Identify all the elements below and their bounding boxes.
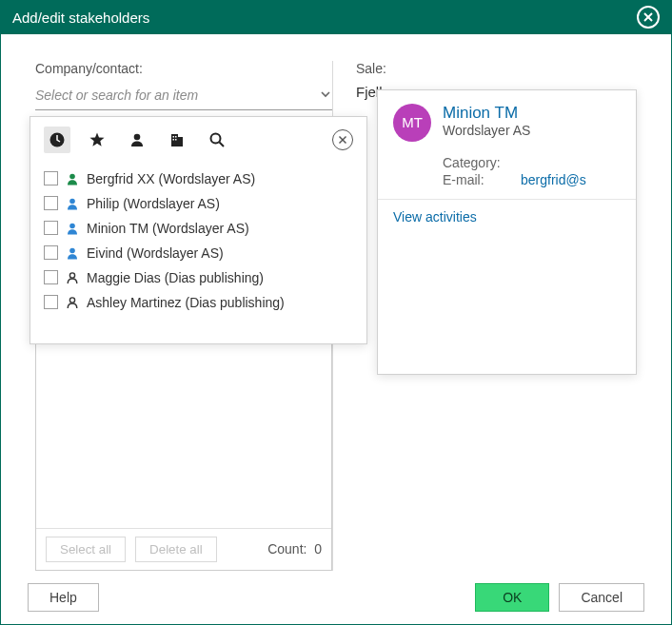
dropdown-item[interactable]: Ashley Martinez (Dias publishing) xyxy=(30,290,366,315)
count-display: Count: 0 xyxy=(267,541,322,557)
clear-search-button[interactable] xyxy=(332,129,353,150)
company-contact-label: Company/contact: xyxy=(35,61,332,76)
tab-search[interactable] xyxy=(204,127,230,153)
svg-line-11 xyxy=(220,142,225,146)
svg-point-10 xyxy=(211,133,221,143)
svg-point-16 xyxy=(69,223,75,228)
person-icon xyxy=(66,271,79,284)
svg-rect-7 xyxy=(175,136,177,138)
category-label: Category: xyxy=(443,155,509,170)
email-label: E-mail: xyxy=(443,172,509,187)
checkbox[interactable] xyxy=(44,171,58,186)
titlebar: Add/edit stakeholders xyxy=(1,1,671,34)
dialog-title: Add/edit stakeholders xyxy=(12,10,637,26)
checkbox[interactable] xyxy=(44,295,58,309)
svg-point-15 xyxy=(69,198,75,204)
person-icon xyxy=(128,131,146,148)
dropdown-item[interactable]: Bergfrid XX (Wordslayer AS) xyxy=(30,166,366,191)
svg-point-17 xyxy=(69,247,75,253)
tab-favorites[interactable] xyxy=(84,127,110,153)
left-column: Company/contact: Select or search for an… xyxy=(35,61,332,571)
chevron-down-icon xyxy=(319,88,332,104)
svg-rect-8 xyxy=(173,139,175,141)
person-icon xyxy=(66,222,79,235)
svg-point-19 xyxy=(69,297,74,302)
contact-name: Maggie Dias (Dias publishing) xyxy=(87,270,264,285)
building-icon xyxy=(168,131,186,148)
svg-rect-6 xyxy=(173,136,175,138)
card-header: MT Minion TM Wordslayer AS xyxy=(378,90,636,151)
selected-footer: Select all Delete all Count: 0 xyxy=(36,528,331,570)
person-icon xyxy=(66,197,79,210)
card-contact-name[interactable]: Minion TM xyxy=(443,104,530,123)
card-company-name: Wordslayer AS xyxy=(443,123,530,138)
person-icon xyxy=(66,172,79,186)
sale-label: Sale: xyxy=(356,61,637,76)
dropdown-item[interactable]: Philip (Wordslayer AS) xyxy=(30,191,366,216)
svg-rect-4 xyxy=(171,134,178,146)
tab-companies[interactable] xyxy=(164,127,190,153)
svg-rect-9 xyxy=(175,139,177,141)
email-value[interactable]: bergfrid@s xyxy=(521,172,586,187)
company-contact-combo[interactable]: Select or search for an item xyxy=(35,82,332,110)
svg-point-14 xyxy=(69,173,75,179)
dialog-footer: Help OK Cancel xyxy=(1,571,671,624)
checkbox[interactable] xyxy=(44,245,58,260)
view-activities-link[interactable]: View activities xyxy=(378,199,636,234)
contact-name: Ashley Martinez (Dias publishing) xyxy=(87,295,285,310)
person-icon xyxy=(66,246,79,260)
svg-rect-5 xyxy=(178,137,183,146)
dropdown-item[interactable]: Minion TM (Wordslayer AS) xyxy=(30,216,366,241)
contact-name: Eivind (Wordslayer AS) xyxy=(87,245,224,261)
avatar: MT xyxy=(393,104,431,142)
select-all-button[interactable]: Select all xyxy=(46,537,126,562)
contact-name: Minion TM (Wordslayer AS) xyxy=(87,221,249,236)
star-icon xyxy=(89,131,106,148)
checkbox[interactable] xyxy=(44,221,58,235)
checkbox[interactable] xyxy=(44,196,58,210)
count-value: 0 xyxy=(314,541,322,557)
person-icon xyxy=(66,296,79,309)
card-meta: Category: E-mail: bergfrid@s xyxy=(378,151,636,199)
dialog-body: Company/contact: Select or search for an… xyxy=(1,34,671,571)
delete-all-button[interactable]: Delete all xyxy=(135,537,217,562)
dropdown-item[interactable]: Maggie Dias (Dias publishing) xyxy=(30,265,366,290)
count-label: Count: xyxy=(267,541,306,557)
dropdown-list: Bergfrid XX (Wordslayer AS)Philip (Words… xyxy=(30,161,366,315)
svg-point-3 xyxy=(134,133,141,140)
tab-contacts[interactable] xyxy=(124,127,150,153)
contact-name: Bergfrid XX (Wordslayer AS) xyxy=(87,171,255,186)
contact-detail-card: MT Minion TM Wordslayer AS Category: E-m… xyxy=(377,89,637,375)
cancel-button[interactable]: Cancel xyxy=(559,583,644,612)
search-icon xyxy=(208,131,226,148)
close-icon xyxy=(642,11,654,23)
ok-button[interactable]: OK xyxy=(475,583,549,612)
svg-point-18 xyxy=(69,272,74,277)
help-button[interactable]: Help xyxy=(28,583,99,612)
contact-dropdown: Bergfrid XX (Wordslayer AS)Philip (Words… xyxy=(30,116,367,344)
stakeholders-dialog: Add/edit stakeholders Company/contact: S… xyxy=(0,0,672,625)
dropdown-item[interactable]: Eivind (Wordslayer AS) xyxy=(30,241,366,265)
combo-placeholder: Select or search for an item xyxy=(35,88,319,103)
clock-icon xyxy=(49,131,66,148)
checkbox[interactable] xyxy=(44,270,58,284)
contact-name: Philip (Wordslayer AS) xyxy=(87,196,220,211)
x-icon xyxy=(338,135,347,145)
close-button[interactable] xyxy=(637,6,660,29)
dropdown-toolbar xyxy=(30,127,366,161)
tab-history[interactable] xyxy=(44,127,70,153)
